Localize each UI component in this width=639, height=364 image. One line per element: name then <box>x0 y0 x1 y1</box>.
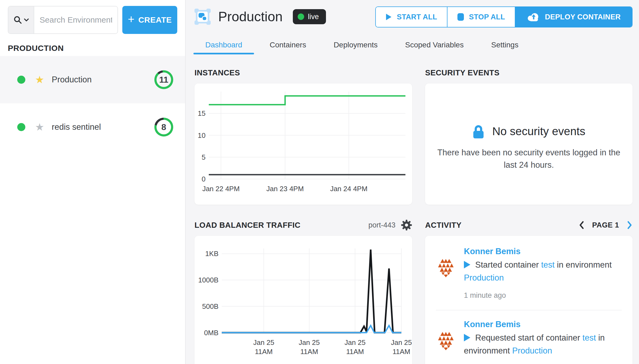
instances-chart: 051015Jan 22 4PMJan 23 4PMJan 24 4PM <box>195 83 412 205</box>
sidebar-section-production: PRODUCTION <box>8 44 177 53</box>
activity-pagination: PAGE 1 <box>579 221 633 229</box>
traffic-port-selector[interactable]: port-443 <box>368 221 395 229</box>
page-indicator: PAGE 1 <box>592 221 619 229</box>
svg-text:Jan 25: Jan 25 <box>299 338 320 346</box>
tab-scoped-variables[interactable]: Scoped Variables <box>393 36 475 54</box>
lock-icon <box>472 124 485 139</box>
activity-user-link[interactable]: Konner Bemis <box>464 247 520 256</box>
page-header: Production live <box>194 5 326 29</box>
charts-column: INSTANCES 051015Jan 22 4PMJan 23 4PMJan … <box>195 67 412 364</box>
tab-dashboard[interactable]: Dashboard <box>193 36 254 54</box>
favorite-star-icon[interactable]: ★ <box>35 122 44 132</box>
main-content: Production live START ALL STOP ALL <box>186 0 639 364</box>
activity-feed: Konner Bemis Started container test in e… <box>425 236 633 364</box>
svg-text:0MB: 0MB <box>204 329 218 337</box>
play-icon <box>464 261 470 268</box>
deploy-container-button[interactable]: DEPLOY CONTAINER <box>515 7 632 27</box>
svg-text:Jan 25: Jan 25 <box>253 338 274 346</box>
environment-link[interactable]: Production <box>512 346 552 355</box>
environment-link[interactable]: Production <box>464 273 504 282</box>
traffic-chart: 0MB500B1000B1KBJan 2511AMJan 2511AMJan 2… <box>195 236 412 364</box>
stop-all-button[interactable]: STOP ALL <box>447 7 515 27</box>
search-input[interactable] <box>34 6 117 33</box>
svg-text:15: 15 <box>198 109 206 117</box>
stop-icon <box>457 13 464 21</box>
svg-text:5: 5 <box>202 153 206 161</box>
activity-item: Konner Bemis Requested start of containe… <box>436 310 622 364</box>
plus-icon: + <box>128 13 134 26</box>
cloud-upload-icon <box>527 12 540 22</box>
activity-message: Requested start of container test in env… <box>464 331 622 357</box>
security-events-heading: SECURITY EVENTS <box>425 68 499 77</box>
app-window: + CREATE PRODUCTION ★ Production 11 ★ re… <box>0 0 639 364</box>
tab-bar: Dashboard Containers Deployments Scoped … <box>193 36 530 54</box>
instance-count: 8 <box>161 122 166 132</box>
deploy-container-label: DEPLOY CONTAINER <box>545 13 621 21</box>
avatar <box>436 258 456 278</box>
search-icon <box>13 15 22 24</box>
svg-text:11AM: 11AM <box>346 348 364 356</box>
instance-count-ring: 11 <box>154 70 173 89</box>
environment-name: redis sentinel <box>52 122 154 132</box>
instance-count: 11 <box>159 75 168 85</box>
start-all-button[interactable]: START ALL <box>376 7 447 27</box>
svg-text:1000B: 1000B <box>198 276 218 284</box>
activity-heading: ACTIVITY <box>425 221 461 230</box>
start-all-label: START ALL <box>397 13 437 21</box>
gear-icon[interactable] <box>401 219 412 231</box>
security-empty-heading: No security events <box>492 125 585 138</box>
svg-text:0: 0 <box>202 175 206 183</box>
sidebar: + CREATE PRODUCTION ★ Production 11 ★ re… <box>0 0 186 364</box>
svg-text:11AM: 11AM <box>393 348 410 356</box>
live-badge: live <box>293 9 326 24</box>
chevron-down-icon <box>24 18 29 22</box>
tab-containers[interactable]: Containers <box>258 36 318 54</box>
page-title: Production <box>218 9 283 24</box>
stop-all-label: STOP ALL <box>469 13 505 21</box>
activity-text: in environment <box>555 260 612 270</box>
instance-count-ring: 8 <box>154 118 173 136</box>
svg-text:1KB: 1KB <box>205 250 218 258</box>
status-dot <box>17 76 25 84</box>
activity-text: Started container <box>475 260 541 270</box>
play-icon <box>386 13 392 21</box>
svg-text:Jan 24 4PM: Jan 24 4PM <box>330 185 367 193</box>
events-column: SECURITY EVENTS No security events There… <box>425 67 633 364</box>
svg-text:Jan 22 4PM: Jan 22 4PM <box>202 185 240 193</box>
traffic-heading: LOAD BALANCER TRAFFIC <box>195 221 300 230</box>
activity-user-link[interactable]: Konner Bemis <box>464 320 520 329</box>
svg-text:Jan 25: Jan 25 <box>391 338 412 346</box>
svg-text:Jan 25: Jan 25 <box>345 338 366 346</box>
security-empty-body: There have been no security events logge… <box>430 146 627 171</box>
dashboard-grid: INSTANCES 051015Jan 22 4PMJan 23 4PMJan … <box>195 67 633 364</box>
tab-settings[interactable]: Settings <box>479 36 530 54</box>
favorite-star-icon[interactable]: ★ <box>35 75 44 85</box>
play-icon <box>464 334 470 341</box>
sidebar-item-production[interactable]: ★ Production 11 <box>0 56 185 103</box>
search-filter-button[interactable] <box>8 6 34 33</box>
live-label: live <box>308 13 319 21</box>
security-events-card: No security events There have been no se… <box>425 83 633 205</box>
svg-text:11AM: 11AM <box>255 348 273 356</box>
svg-text:Jan 23 4PM: Jan 23 4PM <box>266 185 304 193</box>
avatar <box>436 331 456 351</box>
svg-text:11AM: 11AM <box>300 348 318 356</box>
container-link[interactable]: test <box>541 260 555 270</box>
next-page-icon[interactable] <box>627 221 633 229</box>
environment-icon <box>194 8 211 25</box>
svg-text:500B: 500B <box>202 302 218 310</box>
environment-list: ★ Production 11 ★ redis sentinel 8 <box>0 56 185 151</box>
previous-page-icon[interactable] <box>579 221 585 229</box>
create-button[interactable]: + CREATE <box>122 6 177 34</box>
instances-chart-card: 051015Jan 22 4PMJan 23 4PMJan 24 4PM <box>195 83 412 205</box>
instances-heading: INSTANCES <box>195 68 240 77</box>
sidebar-toolbar: + CREATE <box>0 0 185 34</box>
sidebar-item-redis-sentinel[interactable]: ★ redis sentinel 8 <box>0 103 185 151</box>
tab-deployments[interactable]: Deployments <box>322 36 389 54</box>
live-dot <box>298 13 304 20</box>
environment-name: Production <box>52 75 154 85</box>
environment-actions: START ALL STOP ALL DEPLOY CONTAINER <box>375 6 633 27</box>
container-link[interactable]: test <box>582 333 596 342</box>
traffic-chart-card: 0MB500B1000B1KBJan 2511AMJan 2511AMJan 2… <box>195 236 412 364</box>
activity-item: Konner Bemis Started container test in e… <box>436 237 622 306</box>
